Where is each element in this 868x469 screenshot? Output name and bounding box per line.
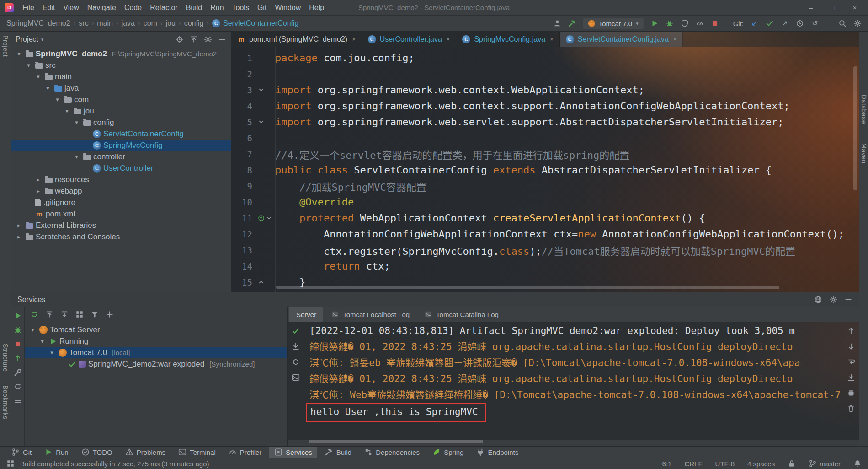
stripe-database[interactable]: Database	[860, 95, 868, 124]
project-item-usercontroller[interactable]: CUserController	[11, 162, 231, 174]
breadcrumb-jou[interactable]: jou	[166, 19, 176, 27]
git-push-icon[interactable]: ↗	[781, 19, 789, 27]
filter-icon[interactable]	[91, 310, 99, 318]
menu-file[interactable]: File	[18, 2, 38, 14]
menu-help[interactable]: Help	[305, 2, 328, 14]
settings-icon[interactable]	[829, 296, 837, 304]
menu-tools[interactable]: Tools	[228, 2, 253, 14]
chevron-down-icon[interactable]: ▾	[63, 108, 71, 114]
project-item-src[interactable]: ▾src	[11, 59, 231, 71]
clear-icon[interactable]	[847, 404, 855, 413]
project-item-com[interactable]: ▾com	[11, 94, 231, 105]
override-marker-icon[interactable]	[258, 215, 265, 221]
locate-icon[interactable]	[176, 35, 184, 43]
code-line[interactable]: 11 protected WebApplicationContext creat…	[231, 210, 859, 226]
close-icon[interactable]: ×	[851, 4, 859, 12]
menu-edit[interactable]: Edit	[38, 2, 59, 14]
encoding-indicator[interactable]: UTF-8	[715, 460, 735, 468]
history-icon[interactable]	[796, 19, 804, 27]
code-line[interactable]: 10 @Override	[231, 194, 859, 210]
chevron-down-icon[interactable]: ▾	[48, 349, 56, 356]
code-line[interactable]: 12 AnnotationConfigWebApplicationContext…	[231, 226, 859, 242]
toolwindow-button-services[interactable]: Services	[269, 447, 317, 458]
user-icon[interactable]	[553, 19, 561, 27]
chevron-right-icon[interactable]: ▸	[34, 176, 43, 183]
menu-git[interactable]: Git	[253, 2, 271, 14]
chevron-right-icon[interactable]: ▸	[15, 233, 23, 240]
fold-icon[interactable]	[258, 119, 265, 125]
rerun-icon[interactable]	[14, 312, 22, 320]
hide-icon[interactable]	[844, 296, 852, 304]
console-horizontal-scrollbar[interactable]	[309, 440, 854, 444]
service-node-running[interactable]: ▾Running	[25, 335, 287, 347]
bell-icon[interactable]	[853, 459, 862, 468]
maximize-icon[interactable]: □	[829, 4, 837, 12]
code-line[interactable]: 8public class ServletContainerConfig ext…	[231, 162, 859, 178]
toolwindow-button-run[interactable]: Run	[39, 447, 74, 458]
editor-tab-servletcontainerconfig-java[interactable]: CServletContainerConfig.java×	[560, 32, 683, 47]
project-item-servletcontainerconfig[interactable]: CServletContainerConfig	[11, 128, 231, 140]
editor-horizontal-scrollbar[interactable]	[276, 286, 848, 289]
code-line[interactable]: 4import org.springframework.web.context.…	[231, 98, 859, 114]
toolwindow-button-git[interactable]: Git	[6, 447, 37, 458]
toolwindow-button-spring[interactable]: Spring	[427, 447, 469, 458]
chevron-down-icon[interactable]: ▾	[72, 119, 81, 126]
project-item-springmvc-demo2[interactable]: ▾SpringMVC_demo2F:\SpringMVC\SpringMVC_d…	[11, 48, 231, 59]
code-editor[interactable]: 1package com.jou.config;23import org.spr…	[231, 47, 859, 292]
project-item-controller[interactable]: ▾controller	[11, 151, 231, 162]
code-line[interactable]: 13 ctx.register(SpringMvcConfig.class);/…	[231, 242, 859, 258]
console-output[interactable]: [2022-12-01 08:43:18,813] Artifact Sprin…	[304, 322, 843, 440]
code-line[interactable]: 5import org.springframework.web.servlet.…	[231, 114, 859, 130]
start-icon[interactable]	[30, 310, 38, 318]
project-item-config[interactable]: ▾config	[11, 117, 231, 128]
stripe-bookmarks[interactable]: Bookmarks	[2, 385, 9, 420]
code-line[interactable]: 9 //加载SpringMVC容器配置	[231, 178, 859, 194]
chevron-down-icon[interactable]: ▾	[24, 62, 33, 69]
project-item-java[interactable]: ▾java	[11, 82, 231, 94]
toolwindow-button-profiler[interactable]: Profiler	[224, 447, 267, 458]
stop-icon[interactable]	[711, 19, 719, 27]
project-item-jou[interactable]: ▾jou	[11, 105, 231, 117]
soft-wrap-icon[interactable]	[847, 358, 855, 366]
close-tab-icon[interactable]: ×	[673, 36, 677, 43]
project-item-external-libraries[interactable]: ▸External Libraries	[11, 220, 231, 231]
editor-vertical-scrollbar[interactable]	[853, 66, 857, 280]
chevron-down-icon[interactable]: ▾	[43, 85, 52, 92]
indent-indicator[interactable]: 4 spaces	[747, 460, 775, 468]
print-icon[interactable]	[847, 389, 855, 397]
profiler-icon[interactable]	[696, 19, 704, 27]
toolwindow-button-endpoints[interactable]: Endpoints	[471, 447, 523, 458]
console-tab-tomcat-catalina-log[interactable]: Tomcat Catalina Log	[417, 307, 506, 322]
code-line[interactable]: 7//4.定义一个servlet容器启动的配置类，用于在里面进行加载spring…	[231, 146, 859, 162]
breadcrumb-springmvc-demo2[interactable]: SpringMVC_demo2	[6, 19, 70, 27]
redeploy-icon[interactable]	[14, 354, 22, 362]
toolwindow-button-terminal[interactable]: Terminal	[173, 447, 221, 458]
menu-code[interactable]: Code	[120, 2, 146, 14]
editor-tab-pom-xml-springmvc-demo2[interactable]: mpom.xml (SpringMVC_demo2)×	[231, 32, 362, 47]
run-configuration-select[interactable]: Tomcat 7.0▾	[583, 18, 644, 29]
chevron-down-icon[interactable]: ▾	[72, 153, 81, 160]
up-icon[interactable]	[847, 327, 855, 335]
git-commit-icon[interactable]	[766, 19, 774, 27]
code-line[interactable]: 14 return ctx;	[231, 258, 859, 274]
console-tab-tomcat-localhost-log[interactable]: Tomcat Localhost Log	[324, 307, 416, 322]
project-item-scratches-and-consoles[interactable]: ▸Scratches and Consoles	[11, 231, 231, 243]
caret-position[interactable]: 6:1	[662, 460, 672, 468]
close-tab-icon[interactable]: ×	[352, 36, 356, 43]
close-tab-icon[interactable]: ×	[447, 36, 450, 43]
editor-tab-usercontroller-java[interactable]: CUserController.java×	[362, 32, 457, 47]
chevron-right-icon[interactable]: ▸	[34, 188, 43, 194]
debug-icon[interactable]	[666, 19, 674, 27]
chevron-down-icon[interactable]: ▾	[38, 338, 47, 345]
console-tab-server[interactable]: Server	[289, 307, 323, 322]
menu-view[interactable]: View	[59, 2, 83, 14]
toolwindow-button-dependencies[interactable]: Dependencies	[359, 447, 425, 458]
tool-windows-icon[interactable]	[6, 459, 15, 468]
breadcrumb-src[interactable]: src	[79, 19, 88, 27]
chevron-down-icon[interactable]: ▾	[28, 326, 37, 333]
code-line[interactable]: 6	[231, 130, 859, 146]
breadcrumb-main[interactable]: main	[97, 19, 113, 27]
down-icon[interactable]	[847, 342, 855, 350]
console-icon[interactable]	[292, 373, 300, 382]
git-update-icon[interactable]: ↙	[751, 19, 759, 27]
